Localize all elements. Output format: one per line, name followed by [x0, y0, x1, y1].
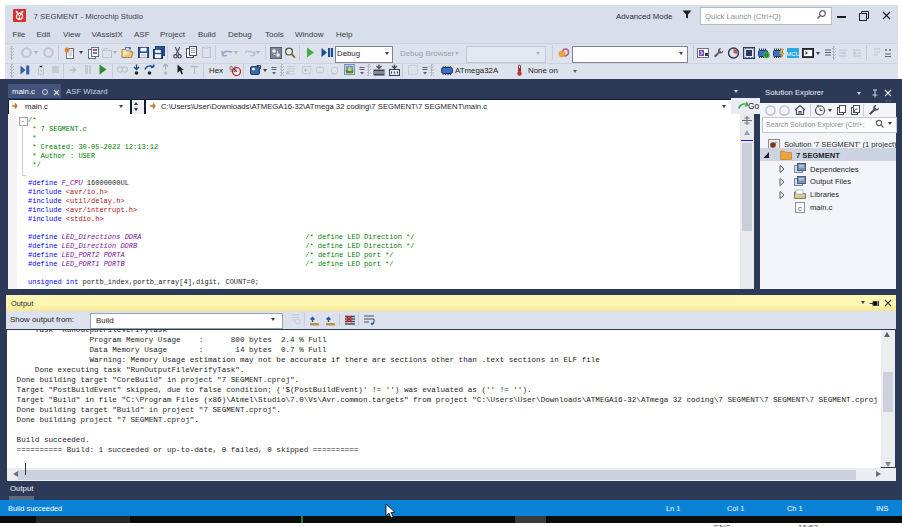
svg-text:c: c — [798, 204, 803, 212]
svg-text:MCU: MCU — [787, 51, 799, 57]
